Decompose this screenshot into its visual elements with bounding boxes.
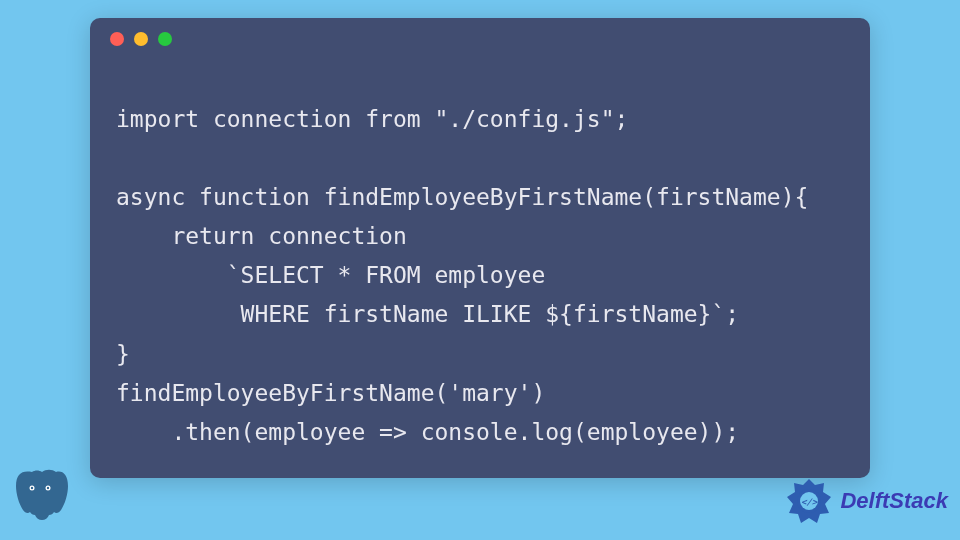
code-block: import connection from "./config.js"; as… <box>90 60 870 452</box>
code-line: `SELECT * FROM employee <box>116 262 545 288</box>
minimize-icon[interactable] <box>134 32 148 46</box>
code-line: .then(employee => console.log(employee))… <box>116 419 739 445</box>
code-window: import connection from "./config.js"; as… <box>90 18 870 478</box>
window-titlebar <box>90 18 870 60</box>
delftstack-logo-icon: </> <box>784 476 834 526</box>
code-line: import connection from "./config.js"; <box>116 106 628 132</box>
code-line: return connection <box>116 223 407 249</box>
svg-text:</>: </> <box>801 497 818 507</box>
code-line: async function findEmployeeByFirstName(f… <box>116 184 808 210</box>
code-line: } <box>116 341 130 367</box>
maximize-icon[interactable] <box>158 32 172 46</box>
svg-point-3 <box>47 487 49 489</box>
svg-point-2 <box>31 487 33 489</box>
postgresql-logo-icon <box>8 464 72 532</box>
code-line: WHERE firstName ILIKE ${firstName}`; <box>116 301 739 327</box>
code-line: findEmployeeByFirstName('mary') <box>116 380 545 406</box>
brand-name: DelftStack <box>840 488 948 514</box>
delftstack-brand: </> DelftStack <box>784 476 948 526</box>
close-icon[interactable] <box>110 32 124 46</box>
